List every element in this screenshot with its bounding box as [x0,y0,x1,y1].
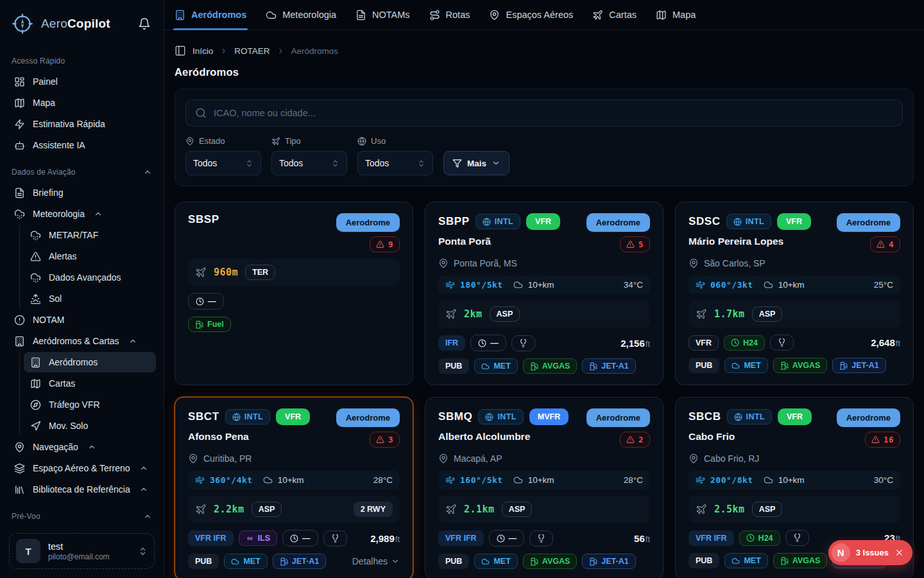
clock-icon [746,534,755,542]
airport-card-sdsc[interactable]: SDSCINTLVFR Mário Pereira Lopes Aerodrom… [675,202,914,385]
avatar: T [16,539,40,563]
sidebar-section-dados-de-aviacao[interactable]: Dados de Aviação [0,156,164,182]
alert-triangle-icon [871,435,880,444]
runway-row: 2.2km ASP 2 RWY [188,496,400,523]
tab-aerodromos[interactable]: Aeródromos [175,0,246,30]
user-meta: test piloto@email.com [48,541,130,561]
sidebar-item-meteorologia[interactable]: Meteorologia [8,204,156,224]
clock-icon [290,534,298,543]
type-badge: Aerodrome [336,408,400,427]
sidebar-nav: Acesso RápidoPainelMapaEstimativa Rápida… [0,45,164,527]
tab-rotas[interactable]: Rotas [429,0,470,30]
clock-icon [497,534,505,543]
icao-code: SBSP [188,213,219,226]
search-input[interactable] [214,108,893,118]
fuel-icon [589,362,597,371]
-badge: — [282,530,318,547]
sidebar-item-aerodromos-cartas[interactable]: Aeródromos & Cartas [8,331,156,351]
sidebar-item-aerodromos[interactable]: Aeródromos [24,352,156,372]
plane-icon [592,10,603,21]
sidebar-item-mapa[interactable]: Mapa [8,92,156,113]
globe-icon [734,413,742,421]
dev-issues-pill[interactable]: N 3 Issues [828,540,912,565]
cloud-drizzle-icon [14,209,25,220]
wind-value: 200°/8kt [710,475,753,485]
breadcrumb-rotaer[interactable]: ROTAER [234,46,270,56]
uso-select[interactable]: Todos [357,151,433,175]
alert-triangle-icon [626,240,635,249]
chevrons-up-down-icon [138,547,148,556]
tab-notams[interactable]: NOTAMs [355,0,410,30]
wind-icon [696,280,705,290]
lightbulb-badge [323,530,347,547]
tipo-select[interactable]: Todos [271,151,347,175]
sidebar-item-mov-solo[interactable]: Mov. Solo [24,416,156,436]
sidebar-item-metar-taf[interactable]: METAR/TAF [24,225,156,245]
operations-row: IFR— 2,156ft [438,335,650,351]
tab-espacos-aereos[interactable]: Espaços Aéreos [489,0,573,30]
map-pin-icon [689,453,699,464]
lightbulb-badge [770,335,794,351]
airport-card-sbpp[interactable]: SBPPINTLVFR Ponta Porã Aerodrome 5 Ponta… [425,202,663,385]
estado-select[interactable]: Todos [185,151,261,175]
runway-length: 2.1km [464,504,495,515]
asp-badge: ASP [752,306,783,322]
close-icon[interactable] [894,548,904,557]
cloud-icon [764,475,773,485]
operations-row: VFRH24 2,648ft [689,335,900,351]
intl-badge: INTL [478,409,523,425]
sidebar-item-sol[interactable]: Sol [24,288,156,309]
airport-name: Afonso Pena [188,431,310,442]
cloud-icon [481,557,490,566]
plane-icon [195,267,207,278]
sidebar-item-alertas[interactable]: Alertas [24,246,156,267]
alert-triangle-icon [376,240,384,249]
sidebar-item-cartas[interactable]: Cartas [24,373,156,394]
sidebar-item-trafego-vfr[interactable]: Tráfego VFR [24,394,156,415]
temperature-value: 25°C [874,280,893,290]
fuel-badge: Fuel [188,317,231,332]
jet-a1-badge: JET-A1 [582,358,635,374]
visibility-value: 10+km [778,280,805,290]
sidebar-section-pre-voo[interactable]: Pré-Voo [0,500,164,526]
route-icon [429,10,440,21]
type-badge: Aerodrome [586,213,650,232]
globe-icon [483,218,491,226]
runway-row: 2km ASP [438,301,650,328]
lightbulb-badge [511,335,535,351]
details-link[interactable]: Detalhes [352,556,400,566]
alerts-badge: 5 [620,236,650,252]
airport-card-sbmq[interactable]: SBMQINTLMVFR Alberto Alcolumbre Aerodrom… [425,397,663,578]
more-filters-button[interactable]: Mais [443,151,509,175]
airport-card-sbct[interactable]: SBCTINTLVFR Afonso Pena Aerodrome 3 Curi… [175,397,413,578]
airport-card-sbsp[interactable]: SBSP Aerodrome 9 960m TER — Fuel [175,202,413,385]
panel-left-icon[interactable] [175,45,186,57]
sidebar-item-notam[interactable]: NOTAM [8,310,156,330]
notifications-button[interactable] [135,15,153,33]
fuel-icon [195,320,203,329]
user-menu[interactable]: T test piloto@email.com [9,533,155,569]
tab-mapa[interactable]: Mapa [656,0,696,30]
fuel-icon [780,557,789,565]
sidebar-item-navegacao[interactable]: Navegação [8,437,156,457]
breadcrumb-inicio[interactable]: Início [193,46,213,56]
sidebar-item-briefing[interactable]: Briefing [8,182,156,203]
tab-meteorologia[interactable]: Meteorologia [266,0,336,30]
chevrons-up-down-icon [417,159,425,168]
sidebar-item-biblioteca-de-referencia[interactable]: Biblioteca de Referência [8,479,156,500]
sidebar: AeroCopilot Acesso RápidoPainelMapaEstim… [0,0,164,578]
sidebar-item-estimativa-rapida[interactable]: Estimativa Rápida [8,114,156,134]
file-text-icon [355,10,366,21]
alert-triangle-icon [626,435,635,444]
cloud-icon [231,557,239,566]
elevation-value: 2,648ft [871,337,900,348]
tab-cartas[interactable]: Cartas [592,0,637,30]
avgas-badge: AVGAS [523,554,578,569]
sidebar-item-espaco-aereo-terreno[interactable]: Espaço Aéreo & Terreno [8,458,156,478]
cloud-drizzle-icon [30,230,41,241]
sidebar-item-dados-avancados[interactable]: Dados Avançados [24,267,156,288]
breadcrumb-aerodromos[interactable]: Aeródromos [291,46,339,56]
chevron-down-icon [391,557,400,566]
sidebar-item-assistente-ia[interactable]: Assistente IA [8,135,156,155]
sidebar-item-painel[interactable]: Painel [8,71,156,92]
